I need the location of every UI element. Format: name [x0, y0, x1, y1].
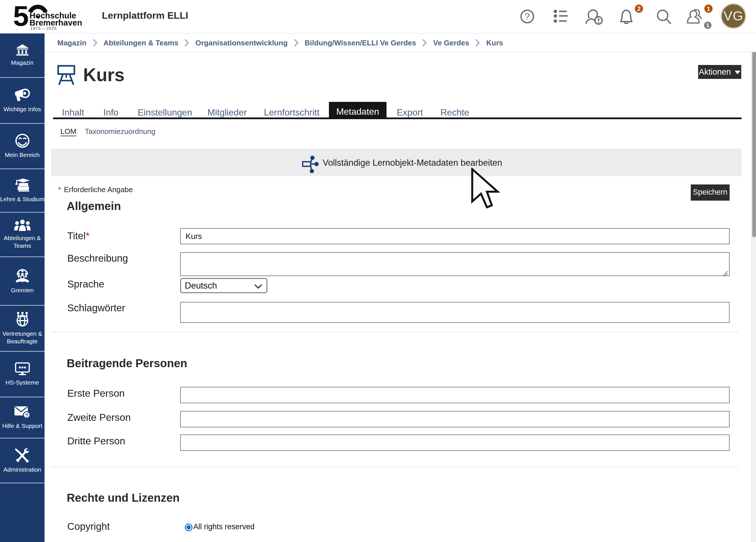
svg-text:5: 5 — [13, 3, 29, 32]
svg-text:?: ? — [525, 11, 530, 22]
svg-text:?: ? — [25, 412, 28, 418]
